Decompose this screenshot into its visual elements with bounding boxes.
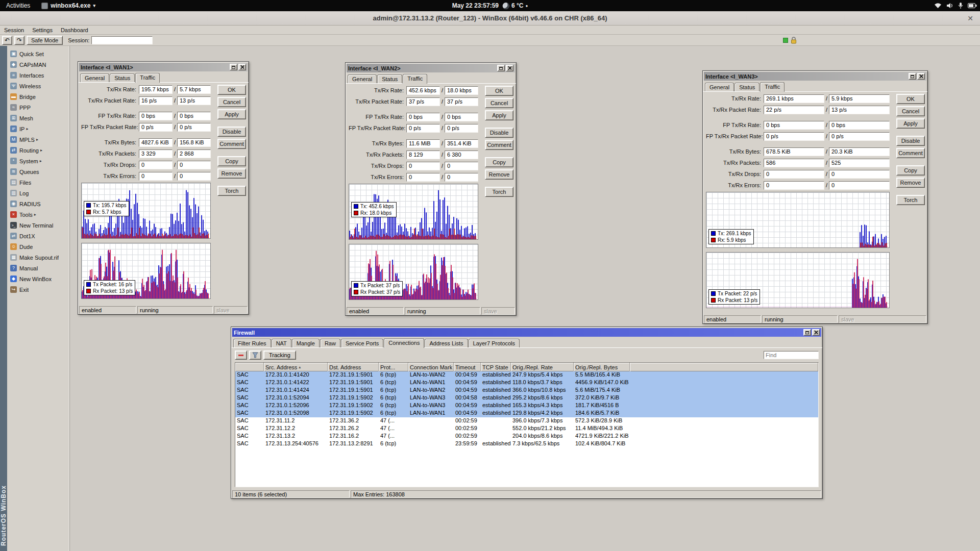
torch-button[interactable]: Torch <box>217 186 246 196</box>
close-button[interactable] <box>812 329 820 336</box>
sidebar-item-tools[interactable]: ×Tools▸ <box>7 209 69 220</box>
activities-button[interactable]: Activities <box>0 0 36 11</box>
close-button[interactable] <box>506 65 513 71</box>
tab-filter-rules[interactable]: Filter Rules <box>233 339 271 348</box>
disable-button[interactable]: Disable <box>485 128 513 138</box>
copy-button[interactable]: Copy <box>485 157 513 167</box>
restore-button[interactable] <box>230 64 237 70</box>
tab-general[interactable]: General <box>348 74 377 84</box>
column-header-orig-repl-rate[interactable]: Orig./Repl. Rate <box>511 363 574 371</box>
remove-button[interactable]: Remove <box>485 169 513 180</box>
sidebar-item-ip[interactable]: IPIP▸ <box>7 123 69 134</box>
cancel-button[interactable]: Cancel <box>217 97 246 107</box>
disable-button[interactable]: Disable <box>896 136 925 146</box>
window-titlebar[interactable]: Interface <I_WAN3> <box>704 72 926 81</box>
column-header-prot[interactable]: Prot... <box>379 363 408 371</box>
safe-mode-button[interactable]: Safe Mode <box>27 36 63 45</box>
sidebar-item-queues[interactable]: ≋Queues <box>7 166 69 177</box>
sidebar-item-wireless[interactable]: ΨWireless <box>7 81 69 91</box>
sidebar-item-mesh[interactable]: ⊞Mesh <box>7 113 69 123</box>
restore-button[interactable] <box>909 73 916 80</box>
sidebar-item-manual[interactable]: ?Manual <box>7 263 69 273</box>
connection-row[interactable]: SAC172.31.13.2172.31.16.247 (...00:02:59… <box>235 433 818 440</box>
sidebar-item-dot1x[interactable]: ⇌Dot1X <box>7 231 69 241</box>
restore-button[interactable] <box>497 65 505 71</box>
tab-status[interactable]: Status <box>377 74 402 84</box>
sidebar-item-new-winbox[interactable]: ◆New WinBox <box>7 273 69 284</box>
tab-traffic[interactable]: Traffic <box>135 73 160 83</box>
tab-status[interactable]: Status <box>110 73 135 83</box>
sidebar-item-radius[interactable]: ◉RADIUS <box>7 198 69 209</box>
window-titlebar[interactable]: admin@172.31.13.2 (Router_123) - WinBox … <box>0 11 980 26</box>
connection-row[interactable]: SAC172.31.0.1:52096172.31.19.1:59026 (tc… <box>235 402 818 410</box>
column-header-src-address[interactable]: Src. Address▴ <box>264 363 328 371</box>
remove-connection-button[interactable] <box>235 350 247 360</box>
close-button[interactable]: ✕ <box>966 14 975 23</box>
column-header-orig-repl-bytes[interactable]: Orig./Repl. Bytes <box>574 363 630 371</box>
window-titlebar[interactable]: Firewall <box>232 328 821 337</box>
sidebar-item-log[interactable]: ▥Log <box>7 188 69 198</box>
find-input[interactable] <box>764 351 819 359</box>
remove-button[interactable]: Remove <box>217 168 246 179</box>
tab-general[interactable]: General <box>705 83 734 92</box>
tab-general[interactable]: General <box>80 73 109 83</box>
connection-row[interactable]: SAC172.31.13.254:40576172.31.13.2:82916 … <box>235 440 818 448</box>
undo-button[interactable]: ↶ <box>2 36 12 45</box>
tab-mangle[interactable]: Mangle <box>292 339 320 348</box>
cancel-button[interactable]: Cancel <box>485 98 513 108</box>
sidebar-item-routing[interactable]: ⇄Routing▸ <box>7 145 69 156</box>
filter-funnel-button[interactable] <box>249 350 261 360</box>
menu-session[interactable]: Session <box>0 27 28 34</box>
remove-button[interactable]: Remove <box>896 178 925 188</box>
close-button[interactable] <box>238 64 246 70</box>
apply-button[interactable]: Apply <box>485 110 513 120</box>
tab-raw[interactable]: Raw <box>320 339 340 348</box>
column-header-blank[interactable] <box>235 363 264 371</box>
window-titlebar[interactable]: Interface <I_WAN2> <box>347 64 515 72</box>
apply-button[interactable]: Apply <box>896 118 925 129</box>
session-input[interactable] <box>91 36 153 44</box>
ok-button[interactable]: OK <box>485 86 513 96</box>
tab-layer7-protocols[interactable]: Layer7 Protocols <box>469 339 520 348</box>
tab-traffic[interactable]: Traffic <box>403 74 427 84</box>
connection-row[interactable]: SAC172.31.0.1:41420172.31.19.1:59016 (tc… <box>235 371 818 379</box>
connection-row[interactable]: SAC172.31.0.1:52094172.31.19.1:59026 (tc… <box>235 394 818 402</box>
connection-row[interactable]: SAC172.31.0.1:41422172.31.19.1:59016 (tc… <box>235 379 818 387</box>
sidebar-item-mpls[interactable]: MMPLS▸ <box>7 134 69 145</box>
comment-button[interactable]: Comment <box>485 140 513 150</box>
connection-row[interactable]: SAC172.31.0.1:41424172.31.19.1:59016 (tc… <box>235 387 818 394</box>
tab-service-ports[interactable]: Service Ports <box>341 339 383 348</box>
comment-button[interactable]: Comment <box>217 139 246 149</box>
torch-button[interactable]: Torch <box>896 195 925 205</box>
tab-traffic[interactable]: Traffic <box>760 82 785 92</box>
restore-button[interactable] <box>803 329 811 336</box>
sidebar-item-dude[interactable]: ☺Dude <box>7 241 69 252</box>
sidebar-item-ppp[interactable]: ≈PPP <box>7 102 69 113</box>
close-button[interactable] <box>917 73 925 80</box>
cancel-button[interactable]: Cancel <box>896 106 925 116</box>
comment-button[interactable]: Comment <box>896 148 925 158</box>
column-header-timeout[interactable]: Timeout <box>454 363 481 371</box>
ok-button[interactable]: OK <box>896 94 925 104</box>
disable-button[interactable]: Disable <box>217 127 246 137</box>
tab-address-lists[interactable]: Address Lists <box>425 339 468 348</box>
sidebar-item-bridge[interactable]: ▬Bridge <box>7 91 69 102</box>
tracking-button[interactable]: Tracking <box>263 350 296 360</box>
connection-row[interactable]: SAC172.31.12.2172.31.26.247 (...00:02:59… <box>235 425 818 433</box>
tab-nat[interactable]: NAT <box>272 339 291 348</box>
clock-and-weather[interactable]: May 22 23:57:59 6 °C ● <box>452 2 528 9</box>
torch-button[interactable]: Torch <box>485 187 513 197</box>
column-header-dst-address[interactable]: Dst. Address <box>328 363 379 371</box>
system-tray[interactable] <box>934 0 977 11</box>
sidebar-item-quick-set[interactable]: ▣Quick Set <box>7 48 69 59</box>
ok-button[interactable]: OK <box>217 85 246 95</box>
connection-row[interactable]: SAC172.31.0.1:52098172.31.19.1:59026 (tc… <box>235 410 818 417</box>
tab-connections[interactable]: Connections <box>384 338 424 348</box>
menu-settings[interactable]: Settings <box>28 27 57 34</box>
menu-dashboard[interactable]: Dashboard <box>57 27 92 34</box>
apply-button[interactable]: Apply <box>217 109 246 119</box>
sidebar-item-make-supout-rif[interactable]: ▦Make Supout.rif <box>7 252 69 263</box>
window-titlebar[interactable]: Interface <I_WAN1> <box>79 63 248 71</box>
sidebar-item-new-terminal[interactable]: >_New Terminal <box>7 220 69 231</box>
app-menu[interactable]: winbox64.exe ▾ <box>36 0 101 11</box>
